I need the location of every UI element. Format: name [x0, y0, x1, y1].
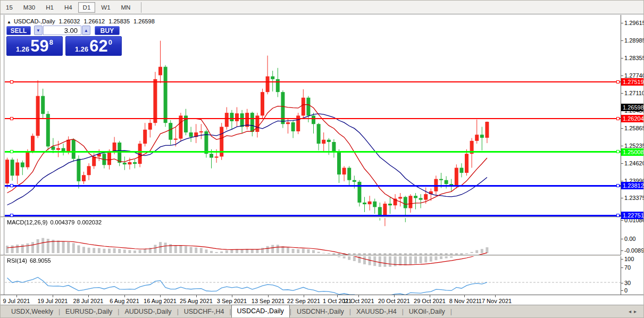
panel-splitter-rsi[interactable]	[1, 255, 644, 256]
line-handle[interactable]	[10, 214, 13, 217]
date-tickmark	[88, 295, 89, 297]
date-label: 25 Aug 2021	[178, 298, 215, 304]
ohlc-close: 1.26598	[133, 18, 155, 24]
ohlc-high: 1.26612	[83, 18, 105, 24]
panel-splitter-macd[interactable]	[1, 216, 644, 218]
trading-platform-window: 15M30H1H4D1W1MN ▲USDCAD-,Daily 1.26032 1…	[0, 0, 644, 318]
sell-price-button[interactable]: 1.26 59 8	[6, 36, 63, 56]
volume-input[interactable]: 3.00	[43, 26, 81, 35]
date-label: 13 Sep 2021	[249, 298, 287, 304]
date-label: 29 Oct 2021	[411, 298, 448, 304]
date-label: 3 Sep 2021	[213, 298, 250, 304]
date-tickmark	[124, 295, 125, 297]
date-tickmark	[394, 295, 395, 297]
tab-separator: |	[450, 308, 452, 318]
indicator-axis-tickmark	[621, 290, 623, 291]
collapse-arrow-icon[interactable]: ▲	[7, 20, 11, 24]
timeframe-button-D1[interactable]: D1	[78, 2, 96, 13]
volume-increase-button[interactable]: ▲	[82, 26, 90, 35]
price-axis-tickmark	[621, 146, 623, 146]
date-label: 11 Oct 2021	[340, 298, 377, 304]
ohlc-low: 1.25835	[108, 18, 130, 24]
date-label: 16 Aug 2021	[141, 298, 179, 304]
tab-USDX-Weekly[interactable]: USDX,Weekly	[6, 306, 58, 318]
indicator-axis-tick: 100	[624, 256, 634, 262]
line-handle[interactable]	[10, 80, 13, 83]
toolbar-separator	[141, 2, 141, 13]
macd-name: MACD(12,26,9)	[7, 219, 47, 225]
tab-AUDUSD-Daily[interactable]: AUDUSD-,Daily	[119, 306, 177, 318]
tab-scroll-right-icon: ▸	[634, 308, 639, 314]
price-axis-tick: 1.27110	[624, 90, 644, 96]
price-axis-tickmark	[621, 93, 623, 94]
timeframe-button-H1[interactable]: H1	[41, 2, 58, 13]
indicator-axis-tickmark	[621, 267, 623, 268]
date-tickmark	[53, 295, 53, 297]
date-label: 22 Sep 2021	[285, 298, 322, 304]
tab-USDCHF-H4[interactable]: USDCHF-,H4	[179, 306, 230, 318]
timeframe-button-W1[interactable]: W1	[96, 2, 115, 13]
horizontal-line-1.23812[interactable]	[5, 185, 621, 187]
price-axis-tick: 1.28985	[624, 37, 644, 44]
buy-button[interactable]: BUY	[95, 26, 120, 35]
date-label: 9 Jul 2021	[0, 298, 35, 304]
date-tickmark	[196, 295, 197, 297]
buy-price-button[interactable]: 1.26 62 0	[65, 36, 122, 56]
rsi-label: RSI(14)68.9055	[7, 257, 54, 264]
price-chart-canvas[interactable]	[5, 31, 621, 231]
indicator-axis-tick: 0	[624, 287, 628, 294]
price-line-tag-1.25008: 1.25008	[621, 148, 644, 156]
price-axis-tickmark	[621, 198, 623, 198]
price-line-tag-1.26204: 1.26204	[621, 115, 644, 122]
macd-panel-canvas[interactable]	[5, 232, 621, 269]
horizontal-line-1.27519[interactable]	[5, 81, 621, 82]
current-price-tag: 1.26598	[621, 104, 644, 111]
macd-value-main: 0.004379	[50, 219, 74, 225]
line-handle[interactable]	[10, 117, 13, 120]
line-handle[interactable]	[10, 150, 13, 153]
chart-tab-bar: USDX,Weekly|EURUSD-,Daily|AUDUSD-,Daily|…	[1, 305, 644, 318]
indicator-axis-tickmark	[621, 250, 623, 251]
horizontal-line-1.25008[interactable]	[5, 151, 621, 153]
timeframe-button-MN[interactable]: MN	[116, 2, 136, 13]
tab-XAUUSD-H4[interactable]: XAUUSD-,H4	[351, 306, 402, 318]
tab-scroll-arrows[interactable]: ◂▸	[629, 308, 639, 314]
line-handle[interactable]	[616, 80, 620, 83]
buy-price-prefix: 1.26	[75, 45, 88, 53]
price-axis-tick: 1.23375	[624, 195, 644, 201]
line-handle[interactable]	[616, 117, 620, 120]
tab-scroll-left-icon: ◂	[629, 308, 634, 314]
line-handle[interactable]	[10, 184, 13, 187]
tab-EURUSD-Daily[interactable]: EURUSD-,Daily	[60, 306, 118, 318]
rsi-value: 68.9055	[30, 257, 51, 264]
volume-decrease-button[interactable]: ▼	[34, 26, 43, 35]
price-axis-tick: 1.25865	[624, 125, 644, 131]
date-tickmark	[16, 295, 17, 297]
ohlc-open: 1.26032	[59, 18, 80, 24]
date-tickmark	[430, 295, 430, 297]
tab-USDCAD-Daily[interactable]: USDCAD-,Daily	[231, 305, 290, 318]
horizontal-line-1.26204[interactable]	[5, 118, 621, 119]
line-handle[interactable]	[616, 150, 620, 153]
tab-USDCNH-Daily[interactable]: USDCNH-,Daily	[291, 306, 349, 318]
sell-price-pip: 8	[49, 38, 53, 46]
price-axis-tickmark	[621, 163, 623, 164]
price-axis-tickmark	[621, 40, 623, 41]
date-tickmark	[268, 295, 269, 297]
chart-window[interactable]	[1, 15, 644, 305]
timeframe-button-15[interactable]: 15	[1, 2, 18, 13]
timeframe-button-H4[interactable]: H4	[60, 2, 77, 13]
price-axis-tickmark	[621, 23, 623, 23]
line-handle[interactable]	[616, 184, 620, 187]
date-label: 6 Aug 2021	[106, 298, 143, 304]
buy-price-pip: 0	[108, 38, 112, 46]
tab-UKOil-Daily[interactable]: UKOil-,Daily	[404, 306, 450, 318]
date-tickmark	[337, 295, 338, 297]
line-handle[interactable]	[616, 214, 620, 217]
sell-button[interactable]: SELL	[6, 26, 31, 35]
horizontal-line-1.22751[interactable]	[5, 215, 621, 216]
symbol-period-label: USDCAD-,Daily	[14, 18, 55, 24]
indicator-axis-tick: 70	[624, 264, 631, 271]
timeframe-button-M30[interactable]: M30	[19, 2, 40, 13]
date-label: 17 Nov 2021	[476, 298, 514, 304]
